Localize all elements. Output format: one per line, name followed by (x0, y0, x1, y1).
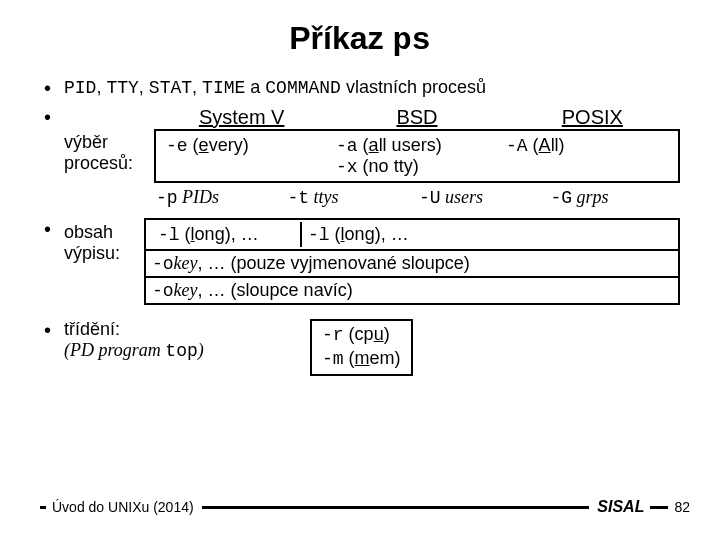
sort-box: -r (cpu) -m (mem) (310, 319, 413, 376)
content-label2: výpisu: (64, 243, 120, 263)
column-headers: System V BSD POSIX (154, 106, 680, 129)
cell-posix: -A (All) (502, 133, 672, 179)
cell-bsd: -a (all users) -x (no tty) (332, 133, 502, 179)
content-o2: -okey, … (sloupce navíc) (144, 278, 680, 305)
row-content: obsah výpisu: -l (long), … -l (long), … … (40, 218, 680, 305)
sort-label: třídění: (64, 319, 120, 339)
row-sort: třídění: (PD program top) -r (cpu) -m (m… (40, 319, 680, 376)
content-bsd: -l (long), … (302, 222, 672, 247)
hdr-bsd: BSD (329, 106, 504, 129)
selection-box: -e (every) -a (all users) -x (no tty) -A… (154, 129, 680, 183)
page-number: 82 (674, 499, 690, 515)
content-box-top: -l (long), … -l (long), … (144, 218, 680, 251)
selection-label2: procesů: (64, 153, 133, 173)
selection-label1: výběr (64, 132, 108, 152)
footer: Úvod do UNIXu (2014) SISAL 82 (40, 498, 690, 516)
row-selection: výběr procesů: System V BSD POSIX -e (ev… (40, 106, 680, 208)
content-o1: -okey, … (pouze vyjmenované sloupce) (144, 251, 680, 278)
footer-brand: SISAL (597, 498, 644, 516)
slide-title: Příkaz ps (40, 20, 680, 59)
hdr-posix: POSIX (505, 106, 680, 129)
sort-subtitle: (PD program top) (64, 340, 204, 360)
content-label1: obsah (64, 222, 113, 242)
cell-sv: -e (every) (162, 133, 332, 179)
filter-row: -p PIDs -t ttys -U users -G grps (154, 187, 680, 208)
hdr-systemv: System V (154, 106, 329, 129)
content-sv: -l (long), … (152, 222, 302, 247)
line-columns: PID, TTY, STAT, TIME a COMMAND vlastních… (40, 77, 680, 98)
footer-text: Úvod do UNIXu (2014) (52, 499, 194, 515)
